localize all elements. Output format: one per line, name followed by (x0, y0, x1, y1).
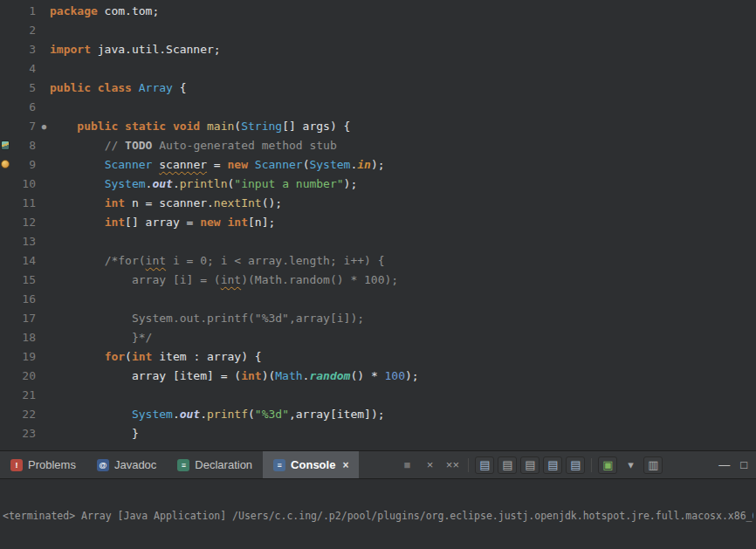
code-line[interactable]: 19 for(int item : array) { (0, 347, 756, 367)
annotation-ruler-cell (0, 213, 12, 232)
display-selected-console-icon[interactable]: ▥ (643, 456, 663, 474)
code-line[interactable]: 11 int n = scanner.nextInt(); (0, 194, 756, 213)
code-text: package com.tom; (50, 2, 756, 21)
annotation-ruler-cell (0, 117, 12, 136)
code-text: int n = scanner.nextInt(); (50, 194, 756, 213)
tab-console[interactable]: ≡Console× (263, 451, 359, 478)
scroll-lock-icon[interactable]: ▤ (498, 456, 517, 474)
annotation-ruler-cell (0, 2, 12, 21)
code-line[interactable]: 16 (0, 290, 756, 309)
fold-marker-icon (38, 40, 50, 59)
tab-declaration[interactable]: ≡Declaration (167, 451, 263, 478)
terminate-icon[interactable]: ■ (397, 456, 416, 474)
minimize-icon[interactable]: — (718, 458, 730, 471)
line-number: 12 (12, 213, 38, 232)
annotation-ruler-cell (0, 21, 12, 40)
fold-marker-icon (38, 386, 50, 405)
annotation-ruler-cell (0, 347, 12, 367)
line-number: 23 (12, 424, 38, 443)
code-line[interactable]: 2 (0, 21, 756, 40)
fold-marker-icon (38, 328, 50, 347)
code-line[interactable]: 21 (0, 386, 756, 405)
code-line[interactable]: 7● public static void main(String[] args… (0, 117, 756, 136)
quickfix-bulb-icon[interactable] (1, 160, 10, 168)
code-text: public static void main(String[] args) { (50, 117, 756, 136)
code-line[interactable]: 9 Scanner scanner = new Scanner(System.i… (0, 155, 756, 175)
fold-marker-icon (38, 194, 50, 213)
code-line[interactable]: 22 System.out.printf("%3d",array[item]); (0, 405, 756, 424)
tab-close-icon[interactable]: × (342, 459, 348, 471)
annotation-ruler-cell (0, 271, 12, 290)
code-text (50, 290, 756, 309)
code-line[interactable]: 10 System.out.println("input a number"); (0, 175, 756, 194)
fold-marker-icon[interactable]: ● (38, 117, 50, 136)
code-text: System.out.printf("%3d",array[item]); (50, 405, 756, 424)
console-icon: ≡ (273, 459, 285, 471)
code-line[interactable]: 18 }*/ (0, 328, 756, 347)
code-line[interactable]: 8 // TODO Auto-generated method stub (0, 136, 756, 155)
annotation-ruler-cell (0, 136, 12, 155)
code-line[interactable]: 20 array [item] = (int)(Math.random() * … (0, 367, 756, 386)
fold-marker-icon (38, 290, 50, 309)
tab-javadoc[interactable]: @Javadoc (86, 451, 167, 478)
annotation-ruler-cell (0, 251, 12, 271)
code-text: System.out.println("input a number"); (50, 175, 756, 194)
task-marker-icon[interactable] (1, 141, 10, 150)
code-text: public class Array { (50, 79, 756, 98)
annotation-ruler-cell (0, 386, 12, 405)
code-line[interactable]: 6 (0, 98, 756, 117)
fold-marker-icon (38, 155, 50, 175)
toolbar-separator (591, 458, 592, 472)
annotation-ruler-cell (0, 40, 12, 59)
line-number: 14 (12, 251, 38, 271)
remove-all-launches-icon[interactable]: ×× (443, 456, 462, 474)
code-line[interactable]: 1package com.tom; (0, 2, 756, 21)
annotation-ruler-cell (0, 59, 12, 79)
code-line[interactable]: 23 } (0, 424, 756, 443)
code-text: array [i] = (int)(Math.random() * 100); (50, 271, 756, 290)
code-line[interactable]: 4 (0, 59, 756, 79)
line-number: 22 (12, 405, 38, 424)
fold-marker-icon (38, 98, 50, 117)
code-line[interactable]: 13 (0, 232, 756, 251)
code-text (50, 21, 756, 40)
clear-console-icon[interactable]: ▤ (475, 456, 494, 474)
line-number: 16 (12, 290, 38, 309)
tab-problems[interactable]: !Problems (0, 451, 86, 478)
line-number: 17 (12, 309, 38, 328)
code-line[interactable]: 14 /*for(int i = 0; i < array.length; i+… (0, 251, 756, 271)
pin-console-icon[interactable]: ▤ (543, 456, 562, 474)
console-toolbar: ■×××▤▤▤▤▤▣▾▥ (397, 451, 663, 478)
maximize-icon[interactable]: □ (740, 458, 747, 471)
line-number: 7 (12, 117, 38, 136)
code-area: 1package com.tom;23import java.util.Scan… (0, 2, 756, 443)
remove-launch-icon[interactable]: × (420, 456, 439, 474)
fold-marker-icon (38, 136, 50, 155)
open-console-dropdown-icon[interactable]: ▾ (621, 456, 640, 474)
view-tabs: !Problems@Javadoc≡Declaration≡Console× (0, 451, 359, 478)
fold-marker-icon (38, 59, 50, 79)
fold-marker-icon (38, 79, 50, 98)
show-console-on-output-icon[interactable]: ▤ (566, 456, 585, 474)
code-text (50, 59, 756, 79)
line-number: 9 (12, 155, 38, 175)
word-wrap-icon[interactable]: ▤ (520, 456, 540, 474)
open-console-icon[interactable]: ▣ (598, 456, 617, 474)
annotation-ruler-cell (0, 232, 12, 251)
console-view[interactable]: <terminated> Array [Java Application] /U… (0, 479, 756, 548)
code-text: Scanner scanner = new Scanner(System.in)… (50, 155, 756, 175)
code-line[interactable]: 3import java.util.Scanner; (0, 40, 756, 59)
line-number: 6 (12, 98, 38, 117)
fold-marker-icon (38, 213, 50, 232)
code-editor[interactable]: 1package com.tom;23import java.util.Scan… (0, 0, 756, 450)
code-line[interactable]: 12 int[] array = new int[n]; (0, 213, 756, 232)
code-line[interactable]: 5public class Array { (0, 79, 756, 98)
line-number: 21 (12, 386, 38, 405)
annotation-ruler-cell (0, 155, 12, 175)
code-text: array [item] = (int)(Math.random() * 100… (50, 367, 756, 386)
code-text: // TODO Auto-generated method stub (50, 136, 756, 155)
code-line[interactable]: 17 System.out.printf("%3d",array[i]); (0, 309, 756, 328)
annotation-ruler-cell (0, 367, 12, 386)
code-line[interactable]: 15 array [i] = (int)(Math.random() * 100… (0, 271, 756, 290)
code-text: /*for(int i = 0; i < array.length; i++) … (50, 251, 756, 271)
